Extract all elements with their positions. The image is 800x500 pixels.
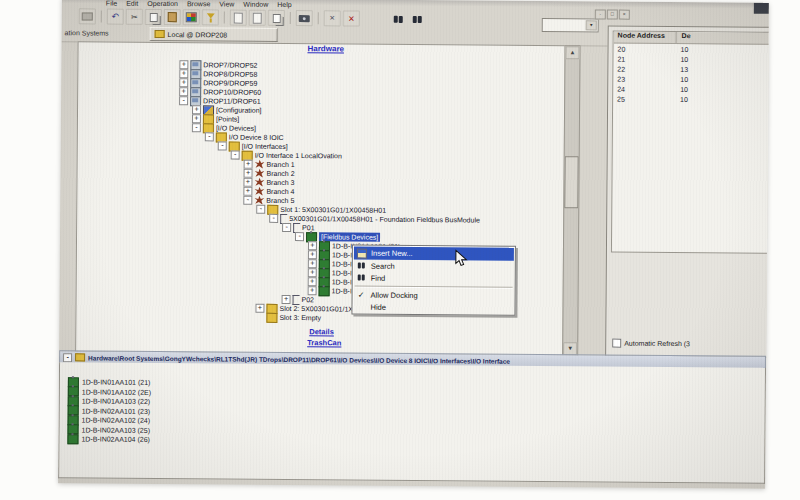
toolbar-separator (101, 11, 102, 23)
scrollbar-thumb[interactable] (564, 156, 578, 208)
tree-node-p02[interactable]: +P02 (282, 295, 315, 304)
tree-node-points[interactable]: +[Points] (192, 114, 239, 123)
expand-icon[interactable]: + (179, 60, 188, 69)
folder-icon (266, 312, 277, 322)
menu-item-label: Search (371, 261, 395, 270)
menu-window[interactable]: Window (243, 0, 268, 7)
collapse-icon[interactable]: - (269, 214, 278, 223)
delete-icon[interactable] (343, 10, 360, 26)
menu-operation[interactable]: Operation (147, 0, 178, 7)
tab-systems[interactable]: ation Systems (65, 29, 109, 36)
expand-icon[interactable]: + (308, 286, 317, 295)
node-address-cell: 22 (613, 65, 675, 72)
tab-location[interactable]: Local @ DROP208 (150, 27, 278, 42)
filter-icon[interactable] (202, 9, 219, 25)
collapse-icon[interactable]: - (295, 232, 304, 241)
tree-node-label: DROP9/DROP59 (203, 78, 257, 87)
expand-icon[interactable]: + (244, 160, 253, 169)
expand-icon[interactable]: + (308, 268, 317, 277)
expand-icon[interactable]: + (308, 259, 317, 268)
cut-icon[interactable] (126, 9, 143, 25)
minimize-icon[interactable]: - (595, 9, 606, 19)
automatic-refresh-checkbox[interactable]: Automatic Refresh (3 (612, 339, 690, 349)
collapse-icon[interactable]: - (63, 353, 72, 362)
collapse-icon[interactable]: - (282, 223, 291, 232)
scroll-up-icon[interactable]: ▲ (565, 46, 579, 59)
tree-scrollbar[interactable]: ▲ ▼ (562, 45, 580, 356)
tree-node-branch-2[interactable]: +Branch 2 (244, 169, 295, 178)
expand-icon[interactable]: + (308, 250, 317, 259)
search-icon[interactable] (409, 11, 426, 27)
expand-icon[interactable]: + (243, 187, 252, 196)
column-header-node-address[interactable]: Node Address (614, 32, 677, 43)
expand-icon[interactable]: + (282, 295, 291, 304)
expand-icon[interactable]: + (308, 241, 317, 250)
menu-item-label: Hide (370, 302, 386, 311)
expand-icon[interactable]: + (179, 78, 188, 87)
expand-icon[interactable]: + (308, 277, 317, 286)
menu-edit[interactable]: Edit (126, 0, 138, 6)
select-icon[interactable] (324, 10, 341, 26)
expand-icon[interactable]: + (192, 105, 201, 114)
collapse-icon[interactable]: - (256, 205, 265, 214)
expand-icon[interactable]: + (192, 114, 201, 123)
folder-icon (155, 30, 165, 38)
binoculars-icon (356, 261, 367, 271)
menu-browse[interactable]: Browse (187, 0, 210, 7)
collapse-icon[interactable]: - (231, 151, 240, 160)
camera-icon[interactable] (296, 10, 313, 26)
table-row[interactable]: 2510 (613, 94, 769, 106)
print-icon[interactable] (79, 8, 96, 24)
list-item[interactable]: 1D-B-IN02AA103 (25) (67, 425, 150, 435)
tree-node-label: DROP8/DROP58 (203, 69, 257, 78)
trashcan-link[interactable]: TrashCan (307, 338, 341, 347)
menu-help[interactable]: Help (277, 0, 291, 7)
tree-node-label: DROP7/DROP52 (203, 60, 257, 69)
copy-icon[interactable] (145, 9, 162, 25)
collapse-icon[interactable]: - (205, 132, 214, 141)
tree-node-slot-3-empty[interactable]: Slot 3: Empty (255, 313, 321, 323)
menu-item-insert-new[interactable]: Insert New... (354, 247, 514, 261)
close-icon[interactable]: × (619, 10, 630, 20)
expand-icon[interactable]: + (243, 178, 252, 187)
export-page-icon[interactable] (249, 10, 266, 26)
menu-separator (355, 286, 513, 288)
list-item[interactable]: 1D-B-IN01AA101 (21) (68, 377, 151, 387)
hardware-panel-title[interactable]: Hardware (307, 44, 344, 53)
maximize-icon[interactable]: □ (607, 10, 618, 20)
list-item-label: 1D-B-IN01AA102 (2E) (82, 388, 151, 396)
tree-node-branch-4[interactable]: +Branch 4 (243, 187, 294, 196)
list-item[interactable]: 1D-B-IN02AA102 (24) (68, 415, 151, 425)
list-item[interactable]: 1D-B-IN02AA101 (23) (68, 406, 151, 416)
list-item[interactable]: 1D-B-IN02AA104 (26) (67, 434, 150, 444)
find-icon[interactable] (390, 11, 407, 27)
tree-node-branch-3[interactable]: +Branch 3 (243, 178, 294, 187)
expand-icon[interactable]: + (244, 169, 253, 178)
menu-item-find[interactable]: Find (354, 272, 514, 285)
collapse-icon[interactable]: - (179, 96, 188, 105)
paste-icon[interactable] (164, 9, 181, 25)
expand-icon[interactable]: + (255, 304, 264, 313)
menu-view[interactable]: View (219, 0, 234, 7)
menu-item-hide[interactable]: Hide (353, 301, 513, 314)
collapse-icon[interactable]: - (243, 196, 252, 205)
close-button-region[interactable] (754, 3, 769, 14)
menu-file[interactable]: File (106, 0, 117, 6)
palette-icon[interactable] (183, 9, 200, 25)
checkbox-icon[interactable] (612, 339, 621, 348)
collapse-icon[interactable]: - (192, 123, 201, 132)
tree-node-label: [Configuration] (216, 105, 262, 114)
expand-icon[interactable]: + (179, 87, 188, 96)
tree-node-i-o-device-8-ioic[interactable]: -I/O Device 8 IOIC (205, 132, 284, 142)
expand-icon[interactable]: + (179, 69, 188, 78)
import-page-icon[interactable] (230, 10, 247, 26)
column-header-device[interactable]: De (677, 32, 691, 43)
collapse-icon[interactable]: - (218, 141, 227, 150)
undo-icon[interactable] (107, 9, 124, 25)
list-item[interactable]: 1D-B-IN01AA102 (2E) (68, 387, 151, 397)
list-item[interactable]: 1D-B-IN01AA103 (22) (68, 396, 151, 406)
details-link[interactable]: Details (309, 327, 334, 336)
list-item-label: 1D-B-IN01AA101 (21) (82, 378, 151, 386)
copy-page-icon[interactable] (268, 10, 285, 26)
tree-node-branch-1[interactable]: +Branch 1 (244, 160, 295, 169)
